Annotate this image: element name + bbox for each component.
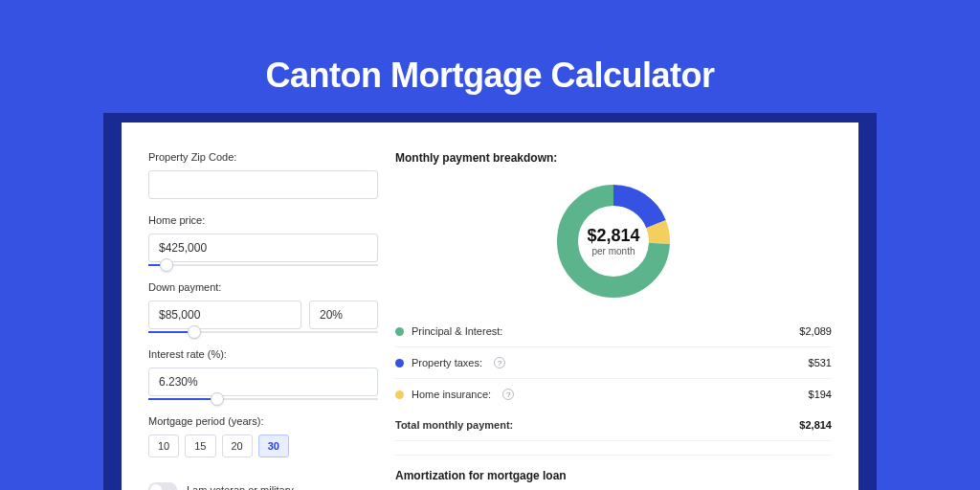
down-payment-label: Down payment: [148,281,378,293]
slider-handle-icon[interactable] [188,325,201,339]
period-button-20[interactable]: 20 [222,434,253,457]
legend-value: $2,089 [799,325,832,337]
breakdown-title: Monthly payment breakdown: [395,151,832,165]
interest-rate-label: Interest rate (%): [148,348,378,360]
total-value: $2,814 [799,419,832,431]
zip-input[interactable] [148,170,378,199]
period-label: Mortgage period (years): [148,415,378,427]
period-button-group: 10152030 [148,434,378,457]
donut-amount: $2,814 [587,226,639,246]
slider-handle-icon[interactable] [160,258,173,272]
form-column: Property Zip Code: Home price: Down paym… [148,151,378,490]
period-button-30[interactable]: 30 [258,434,289,457]
home-price-label: Home price: [148,214,378,226]
legend-label: Principal & Interest: [412,325,502,337]
legend-list: Principal & Interest:$2,089Property taxe… [395,316,832,410]
legend-dot-icon [395,327,404,336]
down-payment-input[interactable] [148,301,301,329]
legend-label: Property taxes: [412,357,482,368]
interest-rate-input[interactable] [148,368,378,396]
down-payment-slider[interactable] [148,331,378,333]
home-price-slider[interactable] [148,264,378,266]
donut-chart: $2,814 per month [554,182,673,301]
legend-row: Principal & Interest:$2,089 [395,316,832,347]
legend-value: $531 [809,357,832,368]
total-label: Total monthly payment: [395,419,513,431]
total-row: Total monthly payment: $2,814 [395,410,832,441]
period-button-10[interactable]: 10 [148,434,179,457]
veteran-toggle[interactable] [148,482,177,490]
legend-value: $194 [809,389,832,400]
toggle-knob-icon [150,484,162,490]
slider-handle-icon[interactable] [211,392,224,406]
info-icon[interactable]: ? [502,389,514,400]
interest-rate-slider[interactable] [148,398,378,400]
calculator-panel: Property Zip Code: Home price: Down paym… [122,122,858,490]
down-payment-pct-input[interactable] [309,301,378,329]
legend-label: Home insurance: [412,389,491,400]
amortization-title: Amortization for mortgage loan [395,469,832,482]
page-title: Canton Mortgage Calculator [0,0,980,96]
veteran-label: I am veteran or military [187,484,294,490]
breakdown-column: Monthly payment breakdown: $2,814 per mo… [395,151,832,490]
info-icon[interactable]: ? [494,357,505,368]
legend-row: Property taxes:?$531 [395,347,832,379]
zip-label: Property Zip Code: [148,151,378,163]
legend-row: Home insurance:?$194 [395,379,832,410]
period-button-15[interactable]: 15 [185,434,215,457]
donut-sub: per month [591,246,635,256]
legend-dot-icon [395,390,404,399]
home-price-input[interactable] [148,234,378,262]
legend-dot-icon [395,359,404,368]
